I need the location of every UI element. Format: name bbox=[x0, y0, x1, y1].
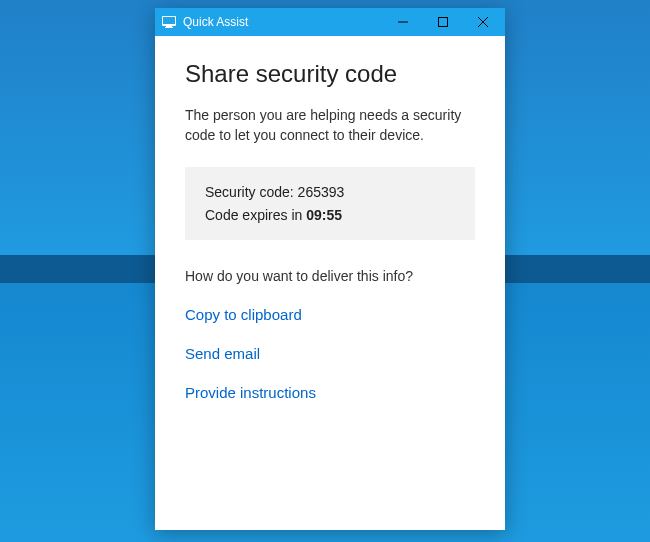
page-description: The person you are helping needs a secur… bbox=[185, 106, 475, 145]
window-title: Quick Assist bbox=[183, 15, 383, 29]
window-controls bbox=[383, 8, 503, 36]
page-title: Share security code bbox=[185, 60, 475, 88]
app-icon bbox=[161, 14, 177, 30]
security-code-value: 265393 bbox=[298, 184, 345, 200]
maximize-button[interactable] bbox=[423, 8, 463, 36]
code-expires-label: Code expires in bbox=[205, 207, 302, 223]
window-content: Share security code The person you are h… bbox=[155, 36, 505, 530]
security-code-box: Security code: 265393 Code expires in 09… bbox=[185, 167, 475, 240]
svg-rect-5 bbox=[439, 18, 448, 27]
svg-rect-3 bbox=[165, 27, 173, 28]
quick-assist-window: Quick Assist Share security code The per… bbox=[155, 8, 505, 530]
send-email-link[interactable]: Send email bbox=[185, 345, 475, 362]
code-expires-time: 09:55 bbox=[306, 207, 342, 223]
close-button[interactable] bbox=[463, 8, 503, 36]
security-code-line: Security code: 265393 bbox=[205, 181, 455, 203]
code-expires-line: Code expires in 09:55 bbox=[205, 204, 455, 226]
minimize-button[interactable] bbox=[383, 8, 423, 36]
window-titlebar[interactable]: Quick Assist bbox=[155, 8, 505, 36]
security-code-label: Security code: bbox=[205, 184, 294, 200]
delivery-prompt: How do you want to deliver this info? bbox=[185, 268, 475, 284]
svg-rect-2 bbox=[166, 26, 172, 27]
svg-rect-1 bbox=[163, 17, 175, 24]
copy-to-clipboard-link[interactable]: Copy to clipboard bbox=[185, 306, 475, 323]
provide-instructions-link[interactable]: Provide instructions bbox=[185, 384, 475, 401]
